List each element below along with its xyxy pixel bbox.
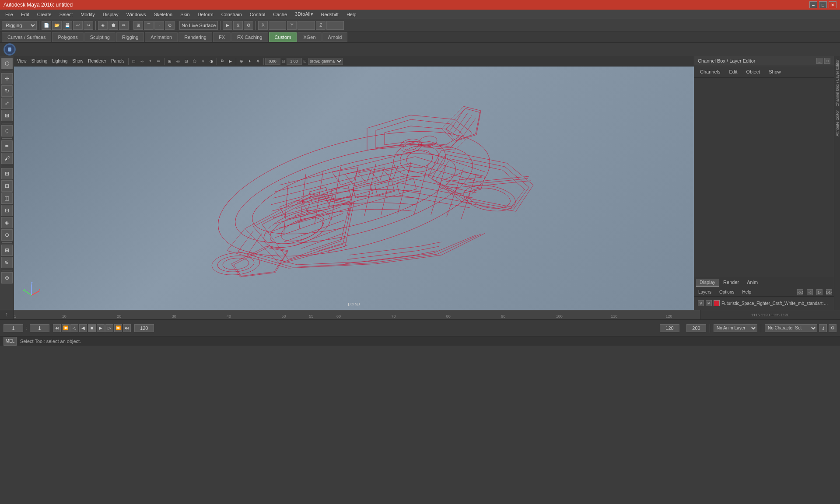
display-btn1[interactable]: ⊞ xyxy=(1,168,13,179)
rp-detach[interactable]: □ xyxy=(824,58,830,64)
snap-view[interactable]: ⊙ xyxy=(165,21,175,30)
vp-move-icon[interactable]: ⊹ xyxy=(138,57,146,65)
snap-grid[interactable]: ⊞ xyxy=(133,21,143,30)
menu-select[interactable]: Select xyxy=(56,11,77,18)
vp-menu-panels[interactable]: Panels xyxy=(109,58,127,64)
rp-tab-edit[interactable]: Edit xyxy=(725,68,741,76)
tab-custom[interactable]: Custom xyxy=(269,32,297,42)
menu-modify[interactable]: Modify xyxy=(77,11,98,18)
tab-xgen[interactable]: XGen xyxy=(298,32,321,42)
layer-tab-render[interactable]: Render xyxy=(720,279,742,287)
mode-dropdown[interactable]: Rigging xyxy=(2,21,37,30)
menu-file[interactable]: File xyxy=(2,11,17,18)
mel-toggle[interactable]: MEL xyxy=(4,337,17,346)
paint-tool[interactable]: ✏ xyxy=(119,21,129,30)
range-end-input[interactable] xyxy=(660,324,679,332)
redo-btn[interactable]: ↪ xyxy=(84,21,93,30)
menu-control[interactable]: Control xyxy=(246,11,269,18)
menu-constrain[interactable]: Constrain xyxy=(218,11,245,18)
menu-deform[interactable]: Deform xyxy=(194,11,217,18)
vp-menu-renderer[interactable]: Renderer xyxy=(86,58,108,64)
settings-btn[interactable]: ⚙ xyxy=(829,324,836,332)
layer-tab-anim[interactable]: Anim xyxy=(743,279,761,287)
display-btn6[interactable]: ⊙ xyxy=(1,229,13,241)
current-frame-input[interactable] xyxy=(4,324,23,332)
menu-display[interactable]: Display xyxy=(99,11,122,18)
vp-menu-show[interactable]: Show xyxy=(70,58,85,64)
help-menu[interactable]: Help xyxy=(740,289,753,295)
close-button[interactable]: ✕ xyxy=(829,1,836,8)
tab-arnold[interactable]: Arnold xyxy=(322,32,348,42)
rp-tab-object[interactable]: Object xyxy=(742,68,764,76)
layers-menu[interactable]: Layers xyxy=(696,289,714,295)
tab-fx[interactable]: FX xyxy=(213,32,231,42)
anim-layer-dropdown[interactable]: No Anim Layer xyxy=(714,324,757,332)
layer-fwd-btn[interactable]: ▷ xyxy=(816,289,822,295)
scale-tool-btn[interactable]: ⤢ xyxy=(1,98,13,109)
start-frame-input[interactable] xyxy=(30,324,49,332)
tab-rigging[interactable]: Rigging xyxy=(116,32,144,42)
playback-end-input[interactable] xyxy=(134,324,154,332)
last-tool-btn[interactable]: ⊠ xyxy=(1,110,13,121)
tab-polygons[interactable]: Polygons xyxy=(52,32,83,42)
tab-animation[interactable]: Animation xyxy=(145,32,178,42)
select-tool-btn[interactable]: ⬡ xyxy=(1,58,13,69)
tab-curves-surfaces[interactable]: Curves / Surfaces xyxy=(2,32,51,42)
move-tool-btn[interactable]: ✛ xyxy=(1,73,13,84)
menu-create[interactable]: Create xyxy=(34,11,55,18)
go-end-btn[interactable]: ⏭ xyxy=(123,324,131,332)
layer-row-1[interactable]: V P Futuristic_Space_Fighter_Craft_White… xyxy=(696,298,832,308)
tab-fx-caching[interactable]: FX Caching xyxy=(231,32,268,42)
snap-point[interactable]: · xyxy=(154,21,164,30)
character-set-dropdown[interactable]: No Character Set xyxy=(765,324,817,332)
range-max-input[interactable] xyxy=(686,324,706,332)
vp-menu-lighting[interactable]: Lighting xyxy=(50,58,70,64)
auto-key-btn[interactable]: ⚷ xyxy=(819,324,827,332)
prev-frame-btn[interactable]: ⏪ xyxy=(62,324,70,332)
new-scene-btn[interactable]: 📄 xyxy=(42,21,51,30)
options-menu[interactable]: Options xyxy=(717,289,736,295)
render-view[interactable]: ▶ xyxy=(223,21,232,30)
layer-back-btn[interactable]: ◁ xyxy=(807,289,813,295)
tab-rendering[interactable]: Rendering xyxy=(178,32,212,42)
menu-skeleton[interactable]: Skeleton xyxy=(150,11,176,18)
menu-redshift[interactable]: Redshift xyxy=(318,11,342,18)
menu-help[interactable]: Help xyxy=(343,11,360,18)
grid-btn[interactable]: ⊞ xyxy=(1,245,13,256)
vp-menu-view[interactable]: View xyxy=(15,58,29,64)
tab-sculpting[interactable]: Sculpting xyxy=(84,32,116,42)
layer-end-btn[interactable]: ▷▷ xyxy=(826,289,832,295)
play-back-btn[interactable]: ◀ xyxy=(79,324,87,332)
undo-btn[interactable]: ↩ xyxy=(73,21,83,30)
rp-minimize[interactable]: _ xyxy=(816,58,822,64)
lasso-tool[interactable]: ⬟ xyxy=(108,21,118,30)
vp-camera-icon[interactable]: ⌖ xyxy=(147,57,154,65)
snap-curve[interactable]: ⌒ xyxy=(144,21,154,30)
menu-windows[interactable]: Windows xyxy=(123,11,150,18)
menu-3dtoa[interactable]: 3DtoAll▾ xyxy=(291,10,316,18)
menu-skin[interactable]: Skin xyxy=(177,11,193,18)
display-btn5[interactable]: ◈ xyxy=(1,217,13,228)
menu-cache[interactable]: Cache xyxy=(270,11,290,18)
layer-visibility[interactable]: V xyxy=(698,300,704,306)
vp-menu-shading[interactable]: Shading xyxy=(29,58,50,64)
next-key-btn[interactable]: ▷ xyxy=(105,324,113,332)
layer-playback[interactable]: P xyxy=(706,300,712,306)
open-btn[interactable]: 📂 xyxy=(52,21,62,30)
render-settings[interactable]: ⚙ xyxy=(244,21,253,30)
vp-select-icon[interactable]: ◻ xyxy=(130,57,138,65)
minimize-button[interactable]: – xyxy=(809,1,817,8)
select-tool[interactable]: ◈ xyxy=(98,21,108,30)
coord-z-input[interactable] xyxy=(326,21,344,30)
soft-select-btn[interactable]: ⬯ xyxy=(1,125,13,136)
go-start-btn[interactable]: ⏮ xyxy=(53,324,61,332)
layer-prev-btn[interactable]: ◁◁ xyxy=(797,289,803,295)
menu-edit[interactable]: Edit xyxy=(18,11,33,18)
ipr-render[interactable]: ⧖ xyxy=(233,21,243,30)
rp-tab-channels[interactable]: Channels xyxy=(696,68,724,76)
sculpt-btn[interactable]: ✒ xyxy=(1,140,13,152)
stop-btn[interactable]: ■ xyxy=(88,324,96,332)
timeline-ruler[interactable]: 1 10 20 30 40 50 55 60 70 80 90 100 110 … xyxy=(14,310,700,319)
display-btn4[interactable]: ⊡ xyxy=(1,205,13,216)
layer-tab-display[interactable]: Display xyxy=(696,279,719,287)
